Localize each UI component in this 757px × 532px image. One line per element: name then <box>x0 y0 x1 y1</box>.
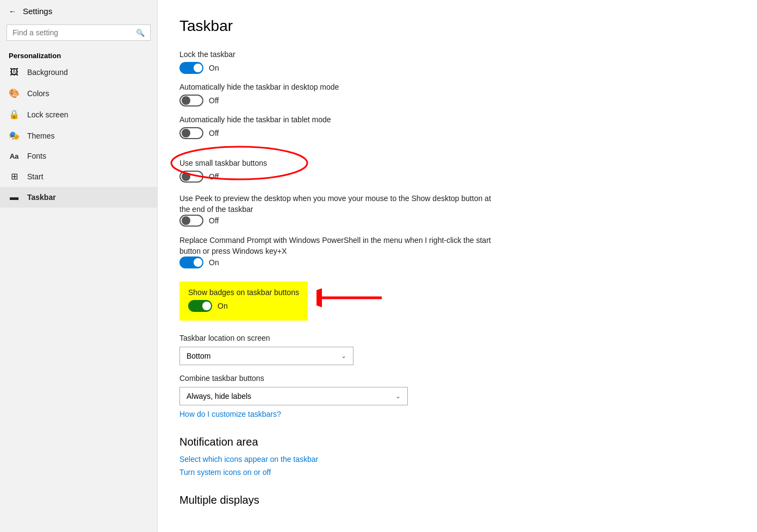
toggle-badges[interactable] <box>188 300 212 312</box>
taskbar-location-dropdown[interactable]: Bottom ⌄ <box>179 347 353 365</box>
red-arrow-svg <box>317 287 387 309</box>
toggle-row-auto-desktop: Off <box>179 95 735 107</box>
setting-label-small-buttons: Use small taskbar buttons <box>179 159 267 167</box>
toggle-thumb-badges <box>202 302 211 310</box>
toggle-thumb-peek <box>182 216 190 225</box>
toggle-row-lock: On <box>179 62 735 74</box>
back-button[interactable]: ← Settings <box>0 0 157 22</box>
toggle-thumb-powershell <box>194 258 202 267</box>
sidebar-item-label: Background <box>27 68 68 77</box>
background-icon: 🖼 <box>9 67 20 77</box>
page-title: Taskbar <box>179 17 735 35</box>
combine-label: Combine taskbar buttons <box>179 374 735 383</box>
combine-value: Always, hide labels <box>187 392 251 400</box>
sidebar-item-label: Start <box>27 172 44 181</box>
taskbar-location-value: Bottom <box>187 352 210 360</box>
back-icon: ← <box>9 7 16 16</box>
sidebar-item-taskbar[interactable]: ▬ Taskbar <box>0 187 157 208</box>
select-icons-link[interactable]: Select which icons appear on the taskbar <box>179 455 735 464</box>
toggle-status-powershell: On <box>209 258 219 267</box>
fonts-icon: Aa <box>9 152 20 160</box>
toggle-status-auto-tablet: Off <box>209 129 219 137</box>
combine-dropdown-container: Always, hide labels ⌄ <box>179 387 735 405</box>
sidebar-item-label: Fonts <box>27 152 46 160</box>
toggle-row-small-buttons: Off <box>179 171 267 183</box>
sidebar-item-label: Themes <box>27 132 55 140</box>
sidebar-item-label: Lock screen <box>27 110 68 119</box>
sidebar-item-label: Colors <box>27 89 49 98</box>
multiple-displays-title: Multiple displays <box>179 494 735 506</box>
chevron-down-icon-2: ⌄ <box>395 392 401 400</box>
badges-row-container: Show badges on taskbar buttons On <box>179 275 735 323</box>
toggle-row-auto-tablet: Off <box>179 127 735 139</box>
toggle-row-badges: On <box>188 300 299 312</box>
toggle-row-powershell: On <box>179 256 735 268</box>
taskbar-location-dropdown-container: Bottom ⌄ <box>179 347 735 365</box>
toggle-powershell[interactable] <box>179 256 203 268</box>
toggle-auto-tablet[interactable] <box>179 127 203 139</box>
sidebar-item-lock-screen[interactable]: 🔒 Lock screen <box>0 104 157 125</box>
lock-icon: 🔒 <box>9 109 20 120</box>
combine-dropdown[interactable]: Always, hide labels ⌄ <box>179 387 408 405</box>
search-box[interactable]: 🔍 <box>7 24 151 41</box>
sidebar-item-fonts[interactable]: Aa Fonts <box>0 146 157 166</box>
red-arrow-annotation <box>317 287 387 311</box>
toggle-small-buttons[interactable] <box>179 171 203 183</box>
toggle-thumb-auto-desktop <box>182 96 190 105</box>
toggle-status-small-buttons: Off <box>209 172 219 181</box>
search-icon: 🔍 <box>136 29 145 37</box>
toggle-row-peek: Off <box>179 215 735 227</box>
toggle-lock[interactable] <box>179 62 203 74</box>
setting-label-auto-desktop: Automatically hide the taskbar in deskto… <box>179 83 735 91</box>
highlighted-badges-section: Show badges on taskbar buttons On <box>179 281 308 321</box>
setting-label-lock: Lock the taskbar <box>179 50 735 59</box>
toggle-auto-desktop[interactable] <box>179 95 203 107</box>
toggle-status-peek: Off <box>209 216 219 225</box>
setting-label-peek: Use Peek to preview the desktop when you… <box>179 193 495 215</box>
turn-system-icons-link[interactable]: Turn system icons on or off <box>179 468 735 477</box>
taskbar-icon: ▬ <box>9 192 20 202</box>
sidebar-item-background[interactable]: 🖼 Background <box>0 62 157 83</box>
sidebar-title: Settings <box>23 7 52 16</box>
setting-label-auto-tablet: Automatically hide the taskbar in tablet… <box>179 115 735 124</box>
search-input[interactable] <box>13 28 136 37</box>
toggle-peek[interactable] <box>179 215 203 227</box>
setting-label-powershell: Replace Command Prompt with Windows Powe… <box>179 235 495 256</box>
notification-area-title: Notification area <box>179 436 735 448</box>
section-title: Personalization <box>0 47 157 62</box>
start-icon: ⊞ <box>9 171 20 181</box>
toggle-status-badges: On <box>218 302 228 310</box>
toggle-status-auto-desktop: Off <box>209 96 219 105</box>
chevron-down-icon: ⌄ <box>341 352 346 360</box>
customize-link[interactable]: How do I customize taskbars? <box>179 410 735 418</box>
taskbar-location-label: Taskbar location on screen <box>179 334 735 342</box>
toggle-status-lock: On <box>209 64 219 72</box>
toggle-thumb-auto-tablet <box>182 129 190 137</box>
main-content: Taskbar Lock the taskbar On Automaticall… <box>158 0 757 532</box>
setting-label-badges: Show badges on taskbar buttons <box>188 288 299 297</box>
sidebar-item-colors[interactable]: 🎨 Colors <box>0 83 157 104</box>
colors-icon: 🎨 <box>9 88 20 98</box>
sidebar-item-themes[interactable]: 🎭 Themes <box>0 125 157 146</box>
sidebar-item-start[interactable]: ⊞ Start <box>0 166 157 187</box>
sidebar: ← Settings 🔍 Personalization 🖼 Backgroun… <box>0 0 158 532</box>
toggle-thumb-lock <box>194 64 202 72</box>
sidebar-item-label: Taskbar <box>27 193 56 202</box>
themes-icon: 🎭 <box>9 130 20 141</box>
toggle-thumb-small-buttons <box>182 172 190 181</box>
annotated-section: Use small taskbar buttons Off <box>179 150 267 185</box>
